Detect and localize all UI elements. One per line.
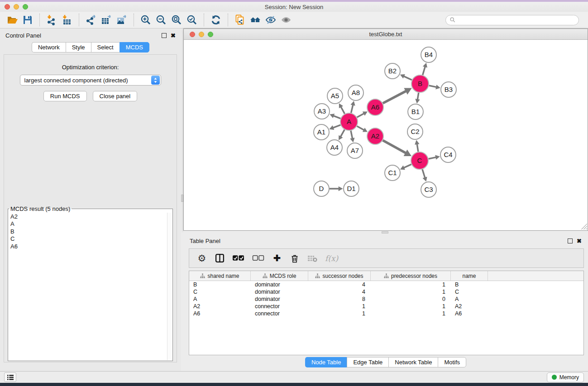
table-row[interactable]: A2 connector 1 1 A2 [189,303,583,310]
mcds-result-title: MCDS result (5 nodes) [9,205,72,212]
table-row[interactable]: A6 connector 1 1 A6 [189,310,583,317]
zoom-window-button[interactable] [23,4,28,10]
list-item[interactable]: C [9,235,167,243]
graph-node-label: B2 [388,67,397,75]
graph-edge-A-A1 [332,125,341,128]
graph-node-label: C3 [424,186,433,193]
close-panel-button[interactable]: Close panel [93,91,138,101]
run-mcds-button[interactable]: Run MCDS [43,91,87,101]
network-canvas[interactable]: B4B2BB3A5A8A6A3B1AA1C2A2A4A7C4CC1C3DD1 [184,40,588,230]
first-neighbors-icon[interactable] [248,13,263,27]
divider-grip[interactable] [382,231,388,234]
table-options-icon[interactable]: ⚙ [197,253,207,264]
float-panel-icon[interactable] [162,33,167,38]
save-session-icon[interactable] [20,13,35,27]
tab-select[interactable]: Select [91,42,120,52]
graph-edge-arrowhead [435,155,440,160]
table-row[interactable]: C dominator 4 1 C [189,288,583,295]
minimize-window-button[interactable] [14,4,19,10]
dropdown-stepper-icon [151,76,160,85]
graph-edge-B-B4 [423,66,425,75]
zoom-fit-icon[interactable] [169,13,184,27]
column-header-predecessor-nodes[interactable]: predecessor nodes [371,271,451,281]
column-header-successor-nodes[interactable]: successor nodes [308,271,371,281]
tab-node-table[interactable]: Node Table [305,357,347,367]
function-builder-icon[interactable]: f(x) [325,253,338,264]
attribute-icon [263,273,268,278]
list-item[interactable]: A2 [9,213,167,220]
hide-selection-icon[interactable] [263,13,278,27]
import-network-icon[interactable] [44,13,59,27]
memory-label: Memory [559,374,579,381]
delete-table-icon[interactable] [307,253,317,264]
table-row[interactable]: B dominator 4 1 B [189,281,583,288]
graph-edge-A-A2 [357,126,365,131]
memory-button[interactable]: Memory [547,372,584,382]
search-icon [449,17,456,23]
network-close-button[interactable] [190,32,195,37]
resize-grip[interactable] [581,224,587,229]
graph-node-label: A3 [318,107,326,115]
main-toolbar [0,12,588,29]
select-all-columns-icon[interactable] [232,253,244,264]
tab-motifs[interactable]: Motifs [438,357,466,367]
tab-edge-table[interactable]: Edge Table [347,357,388,367]
unselect-all-columns-icon[interactable] [252,253,264,264]
table-panel-title: Table Panel [190,238,220,244]
horizontal-split-divider[interactable] [183,231,588,234]
float-panel-icon[interactable] [568,238,573,243]
zoom-selected-icon[interactable] [184,13,200,27]
graph-edge-arrowhead [435,85,440,89]
show-all-icon[interactable] [278,13,294,27]
graph-edge-arrowhead [423,63,427,68]
graph-node-label: B3 [445,86,453,93]
criterion-select[interactable]: largest connected component (directed) [20,75,161,86]
import-table-icon[interactable] [59,13,75,27]
table-row[interactable]: A dominator 8 0 A [189,295,583,303]
control-panel: Control Panel ✖ Network Style Select MCD… [0,29,181,371]
close-panel-icon[interactable]: ✖ [577,238,582,244]
add-column-icon[interactable]: ✚ [272,253,282,264]
zoom-out-icon[interactable] [153,13,169,27]
browse-mode-icon[interactable] [215,253,225,264]
graph-edge-arrowhead [350,101,355,106]
graph-edge-arrowhead [339,186,343,191]
graph-edge-arrowhead [350,138,354,143]
search-input[interactable] [445,15,579,25]
list-item[interactable]: A [9,220,167,228]
memory-status-icon [552,375,557,380]
tab-network[interactable]: Network [32,42,66,52]
attribute-icon [200,273,205,278]
list-item[interactable]: A6 [9,243,167,250]
graph-node-label: B [418,80,422,87]
toolbar-separator [204,14,204,26]
column-header-mcds-role[interactable]: MCDS role [251,271,308,281]
mcds-panel: Optimization criterion: largest connecte… [4,54,177,362]
open-file-icon[interactable] [5,13,20,27]
apply-layout-icon[interactable] [208,13,224,27]
graph-node-label: A4 [330,143,339,151]
network-minimize-button[interactable] [199,32,204,37]
export-image-icon[interactable] [114,13,129,27]
graph-node-label: C4 [444,151,452,158]
close-panel-icon[interactable]: ✖ [171,33,176,38]
graph-node-label: C1 [388,169,397,176]
graph-node-label: D [319,185,324,192]
new-network-from-selection-icon[interactable] [232,13,248,27]
scrollbar[interactable] [167,213,172,360]
graph-edge-A2-C [383,140,407,154]
export-network-icon[interactable] [83,13,99,27]
tab-network-table[interactable]: Network Table [388,357,438,367]
column-header-name[interactable]: name [451,271,488,281]
delete-columns-icon[interactable] [290,253,300,264]
close-window-button[interactable] [5,4,10,10]
tab-style[interactable]: Style [66,42,91,52]
tab-mcds[interactable]: MCDS [120,42,149,52]
zoom-in-icon[interactable] [138,13,153,27]
export-table-icon[interactable] [99,13,114,27]
list-item[interactable]: B [9,228,167,235]
column-header-shared-name[interactable]: shared name [189,271,251,281]
task-history-button[interactable] [4,372,16,382]
search-field[interactable] [458,17,575,23]
network-zoom-button[interactable] [208,32,213,37]
